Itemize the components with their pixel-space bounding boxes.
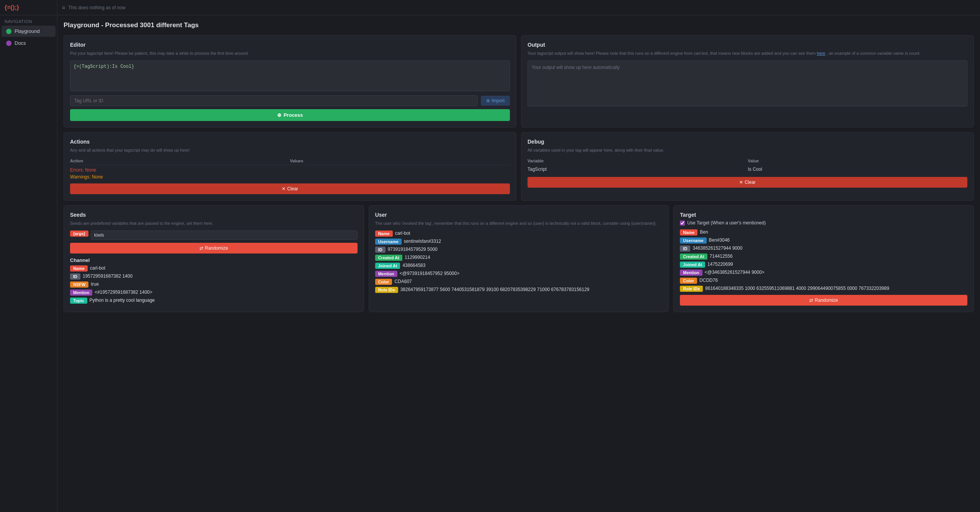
main-content: Playground - Processed 3001 different Ta… bbox=[57, 15, 980, 512]
field-value: <#195729591687382 1400> bbox=[95, 290, 152, 295]
field-badge: ID bbox=[680, 245, 690, 252]
sidebar-item-docs[interactable]: Docs bbox=[2, 38, 56, 49]
sidebar-item-label: Playground bbox=[15, 28, 40, 34]
actions-col-action: Action bbox=[70, 159, 290, 163]
field-badge: Color bbox=[375, 279, 392, 285]
field-badge: Mention bbox=[375, 271, 397, 277]
args-input[interactable] bbox=[91, 231, 358, 240]
field-value: <@97391918457952 95000> bbox=[400, 271, 459, 276]
field-value: CDA607 bbox=[394, 279, 412, 284]
output-desc-main: Your tagscript output will show here! Pl… bbox=[528, 51, 816, 56]
field-value: Ben#3046 bbox=[709, 237, 730, 243]
field-badge: Username bbox=[375, 239, 402, 245]
field-value: 714412556 bbox=[710, 254, 733, 259]
args-row: {args} bbox=[70, 231, 358, 240]
target-randomize-label: Randomize bbox=[815, 298, 838, 303]
field-row: ID 195729591687382 1400 bbox=[70, 273, 358, 280]
actions-card: Actions Any and all actions that your ta… bbox=[64, 132, 516, 201]
field-badge: Mention bbox=[680, 270, 702, 276]
target-randomize-icon: ⇄ bbox=[809, 298, 813, 303]
randomize-icon: ⇄ bbox=[199, 245, 203, 251]
field-badge: Name bbox=[680, 229, 697, 236]
field-badge: Topic bbox=[70, 298, 87, 304]
target-title: Target bbox=[680, 212, 967, 218]
warnings-text: Warnings: None bbox=[70, 174, 510, 180]
field-value: 973919184579529 5000 bbox=[388, 247, 438, 252]
actions-col-values: Values bbox=[290, 159, 510, 163]
field-badge: Color bbox=[680, 278, 697, 284]
use-target-label: Use Target (When a user's mentioned) bbox=[687, 220, 766, 226]
field-badge: ID bbox=[70, 273, 80, 280]
field-value: 438664583 bbox=[402, 263, 425, 268]
field-value: Ben bbox=[700, 229, 708, 235]
field-badge: Mention bbox=[70, 290, 92, 296]
field-badge: Role IDs bbox=[375, 287, 398, 293]
field-row: Mention <#195729591687382 1400> bbox=[70, 290, 358, 296]
field-badge: Created At bbox=[375, 255, 402, 261]
seeds-randomize-button[interactable]: ⇄ Randomize bbox=[70, 243, 358, 254]
actions-clear-button[interactable]: ✕ Clear bbox=[70, 183, 510, 194]
output-desc-link[interactable]: here bbox=[817, 51, 825, 56]
debug-cell-variable: TagScript bbox=[528, 165, 747, 173]
field-row: Username sentinelsfan#3312 bbox=[375, 239, 663, 245]
topbar-message: This does nothing as of now bbox=[68, 5, 125, 10]
field-badge: Joined At bbox=[680, 262, 705, 268]
field-value: 382647959173877 5600 7440531581879 39100… bbox=[400, 287, 590, 292]
field-row: ID 973919184579529 5000 bbox=[375, 247, 663, 253]
debug-clear-button[interactable]: ✕ Clear bbox=[528, 177, 967, 188]
debug-clear-icon: ✕ bbox=[739, 180, 743, 185]
field-badge: Created At bbox=[680, 254, 707, 260]
output-desc-rest: , an example of a common variable name i… bbox=[826, 51, 921, 56]
randomize-label: Randomize bbox=[205, 245, 228, 251]
use-target-row: Use Target (When a user's mentioned) bbox=[680, 220, 967, 226]
field-value: carl-bot bbox=[395, 231, 410, 236]
menu-icon[interactable]: ≡ bbox=[62, 5, 65, 11]
field-badge: Username bbox=[680, 237, 706, 244]
clear-icon: ✕ bbox=[282, 186, 286, 191]
import-button[interactable]: ⊕ Import bbox=[481, 96, 510, 106]
field-badge: Role IDs bbox=[680, 286, 703, 292]
field-badge: ID bbox=[375, 247, 385, 253]
output-area: Your output will show up here automatica… bbox=[528, 61, 967, 106]
errors-text: Errors: None bbox=[70, 167, 510, 173]
output-title: Output bbox=[528, 42, 967, 48]
field-row: Mention <@346385261527944 9000> bbox=[680, 270, 967, 276]
field-badge: Name bbox=[70, 265, 88, 272]
page-title: Playground - Processed 3001 different Ta… bbox=[64, 21, 974, 29]
sidebar-item-playground[interactable]: Playground bbox=[2, 26, 56, 37]
sidebar-section-label: Navigation bbox=[0, 15, 57, 25]
process-button[interactable]: ⊕ Process bbox=[70, 109, 510, 121]
sidebar-item-label: Docs bbox=[15, 40, 26, 46]
field-row: Color CDA607 bbox=[375, 279, 663, 285]
field-value: 1129990214 bbox=[405, 255, 430, 260]
field-row: Created At 714412556 bbox=[680, 254, 967, 260]
field-row: Role IDs 861640188348335 1000 6325595110… bbox=[680, 286, 967, 292]
top-row: Editor Put your tagscript here! Please b… bbox=[64, 35, 974, 128]
args-badge: {args} bbox=[70, 231, 88, 237]
channel-title: Channel bbox=[70, 257, 358, 263]
target-card: Target Use Target (When a user's mention… bbox=[673, 205, 974, 312]
target-randomize-button[interactable]: ⇄ Randomize bbox=[680, 295, 967, 306]
output-card: Output Your tagscript output will show h… bbox=[521, 35, 974, 128]
user-desc: The user who 'invoked the tag', remember… bbox=[375, 220, 663, 227]
editor-textarea[interactable]: {=(TagScript):Is Cool} bbox=[70, 61, 510, 91]
debug-desc: All variables used in your tag will appe… bbox=[528, 147, 967, 154]
debug-cell-value: Is Cool bbox=[748, 165, 968, 173]
field-value: true bbox=[91, 281, 99, 287]
field-value: 195729591687382 1400 bbox=[83, 273, 132, 279]
field-value: DCDD76 bbox=[699, 278, 718, 283]
field-row: Name Ben bbox=[680, 229, 967, 236]
topbar: ≡ This does nothing as of now bbox=[57, 0, 980, 15]
use-target-checkbox[interactable] bbox=[680, 221, 685, 226]
field-row: NSFW true bbox=[70, 281, 358, 288]
debug-clear-label: Clear bbox=[745, 180, 756, 185]
debug-title: Debug bbox=[528, 139, 967, 145]
import-input[interactable] bbox=[70, 95, 478, 106]
field-value: sentinelsfan#3312 bbox=[404, 239, 441, 244]
field-row: Joined At 438664583 bbox=[375, 263, 663, 269]
seeds-title: Seeds bbox=[70, 212, 358, 218]
seeds-desc: Seeds are predefined variables that are … bbox=[70, 220, 358, 227]
field-badge: Name bbox=[375, 231, 393, 237]
field-value: 861640188348335 1000 632559511069881 400… bbox=[705, 286, 889, 291]
import-row: ⊕ Import bbox=[70, 95, 510, 106]
